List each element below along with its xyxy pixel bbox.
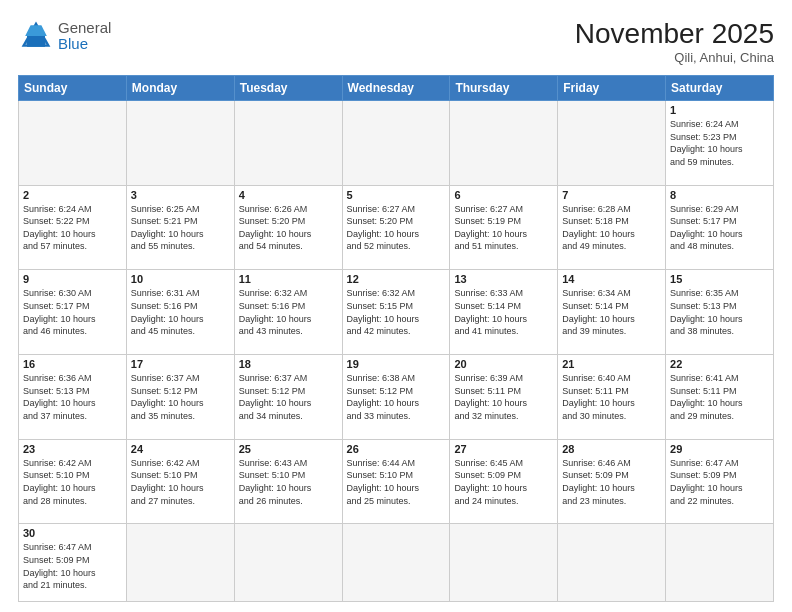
weekday-header-sunday: Sunday [19,76,127,101]
svg-rect-2 [27,36,45,47]
day-info: Sunrise: 6:32 AM Sunset: 5:16 PM Dayligh… [239,287,338,337]
day-number: 9 [23,273,122,285]
day-info: Sunrise: 6:42 AM Sunset: 5:10 PM Dayligh… [23,457,122,507]
day-info: Sunrise: 6:28 AM Sunset: 5:18 PM Dayligh… [562,203,661,253]
day-info: Sunrise: 6:26 AM Sunset: 5:20 PM Dayligh… [239,203,338,253]
day-number: 26 [347,443,446,455]
day-info: Sunrise: 6:32 AM Sunset: 5:15 PM Dayligh… [347,287,446,337]
logo-blue: Blue [58,36,111,53]
calendar-cell: 5Sunrise: 6:27 AM Sunset: 5:20 PM Daylig… [342,185,450,270]
day-number: 12 [347,273,446,285]
day-info: Sunrise: 6:37 AM Sunset: 5:12 PM Dayligh… [239,372,338,422]
calendar-cell [126,101,234,186]
day-info: Sunrise: 6:35 AM Sunset: 5:13 PM Dayligh… [670,287,769,337]
day-info: Sunrise: 6:43 AM Sunset: 5:10 PM Dayligh… [239,457,338,507]
day-info: Sunrise: 6:30 AM Sunset: 5:17 PM Dayligh… [23,287,122,337]
day-number: 18 [239,358,338,370]
calendar-cell [558,524,666,602]
day-number: 14 [562,273,661,285]
calendar-cell [342,524,450,602]
calendar-cell: 16Sunrise: 6:36 AM Sunset: 5:13 PM Dayli… [19,355,127,440]
calendar-cell [234,101,342,186]
day-number: 2 [23,189,122,201]
svg-marker-3 [25,25,47,36]
day-number: 21 [562,358,661,370]
day-info: Sunrise: 6:40 AM Sunset: 5:11 PM Dayligh… [562,372,661,422]
logo: General Blue [18,18,111,54]
day-number: 13 [454,273,553,285]
day-number: 17 [131,358,230,370]
calendar-cell: 19Sunrise: 6:38 AM Sunset: 5:12 PM Dayli… [342,355,450,440]
calendar-cell: 17Sunrise: 6:37 AM Sunset: 5:12 PM Dayli… [126,355,234,440]
calendar-cell [666,524,774,602]
day-number: 24 [131,443,230,455]
calendar-cell [342,101,450,186]
day-info: Sunrise: 6:45 AM Sunset: 5:09 PM Dayligh… [454,457,553,507]
day-info: Sunrise: 6:27 AM Sunset: 5:19 PM Dayligh… [454,203,553,253]
weekday-header-monday: Monday [126,76,234,101]
day-number: 19 [347,358,446,370]
week-row-4: 23Sunrise: 6:42 AM Sunset: 5:10 PM Dayli… [19,439,774,524]
calendar-cell: 27Sunrise: 6:45 AM Sunset: 5:09 PM Dayli… [450,439,558,524]
calendar-cell: 22Sunrise: 6:41 AM Sunset: 5:11 PM Dayli… [666,355,774,440]
calendar-cell: 11Sunrise: 6:32 AM Sunset: 5:16 PM Dayli… [234,270,342,355]
day-number: 4 [239,189,338,201]
calendar-cell: 2Sunrise: 6:24 AM Sunset: 5:22 PM Daylig… [19,185,127,270]
day-number: 10 [131,273,230,285]
weekday-header-tuesday: Tuesday [234,76,342,101]
day-info: Sunrise: 6:37 AM Sunset: 5:12 PM Dayligh… [131,372,230,422]
day-number: 28 [562,443,661,455]
calendar-cell [450,524,558,602]
calendar-cell: 3Sunrise: 6:25 AM Sunset: 5:21 PM Daylig… [126,185,234,270]
day-number: 7 [562,189,661,201]
day-info: Sunrise: 6:31 AM Sunset: 5:16 PM Dayligh… [131,287,230,337]
day-info: Sunrise: 6:36 AM Sunset: 5:13 PM Dayligh… [23,372,122,422]
calendar-cell: 14Sunrise: 6:34 AM Sunset: 5:14 PM Dayli… [558,270,666,355]
calendar-cell: 28Sunrise: 6:46 AM Sunset: 5:09 PM Dayli… [558,439,666,524]
calendar-cell: 23Sunrise: 6:42 AM Sunset: 5:10 PM Dayli… [19,439,127,524]
calendar-cell: 9Sunrise: 6:30 AM Sunset: 5:17 PM Daylig… [19,270,127,355]
calendar-cell: 1Sunrise: 6:24 AM Sunset: 5:23 PM Daylig… [666,101,774,186]
day-info: Sunrise: 6:47 AM Sunset: 5:09 PM Dayligh… [23,541,122,591]
day-info: Sunrise: 6:39 AM Sunset: 5:11 PM Dayligh… [454,372,553,422]
day-info: Sunrise: 6:42 AM Sunset: 5:10 PM Dayligh… [131,457,230,507]
weekday-header-saturday: Saturday [666,76,774,101]
day-number: 25 [239,443,338,455]
weekday-header-friday: Friday [558,76,666,101]
calendar-cell [126,524,234,602]
month-title: November 2025 [575,18,774,50]
day-number: 16 [23,358,122,370]
calendar-cell: 15Sunrise: 6:35 AM Sunset: 5:13 PM Dayli… [666,270,774,355]
calendar-cell [19,101,127,186]
day-info: Sunrise: 6:41 AM Sunset: 5:11 PM Dayligh… [670,372,769,422]
day-info: Sunrise: 6:34 AM Sunset: 5:14 PM Dayligh… [562,287,661,337]
day-number: 8 [670,189,769,201]
day-number: 5 [347,189,446,201]
day-number: 11 [239,273,338,285]
calendar-cell: 10Sunrise: 6:31 AM Sunset: 5:16 PM Dayli… [126,270,234,355]
calendar-cell: 12Sunrise: 6:32 AM Sunset: 5:15 PM Dayli… [342,270,450,355]
general-blue-icon [18,18,54,54]
day-info: Sunrise: 6:44 AM Sunset: 5:10 PM Dayligh… [347,457,446,507]
location: Qili, Anhui, China [575,50,774,65]
calendar-cell: 26Sunrise: 6:44 AM Sunset: 5:10 PM Dayli… [342,439,450,524]
weekday-header-wednesday: Wednesday [342,76,450,101]
header: General Blue November 2025 Qili, Anhui, … [18,18,774,65]
week-row-5: 30Sunrise: 6:47 AM Sunset: 5:09 PM Dayli… [19,524,774,602]
day-number: 6 [454,189,553,201]
day-info: Sunrise: 6:33 AM Sunset: 5:14 PM Dayligh… [454,287,553,337]
week-row-3: 16Sunrise: 6:36 AM Sunset: 5:13 PM Dayli… [19,355,774,440]
calendar-cell: 21Sunrise: 6:40 AM Sunset: 5:11 PM Dayli… [558,355,666,440]
calendar-table: SundayMondayTuesdayWednesdayThursdayFrid… [18,75,774,602]
day-number: 30 [23,527,122,539]
logo-general: General [58,20,111,37]
calendar-cell: 6Sunrise: 6:27 AM Sunset: 5:19 PM Daylig… [450,185,558,270]
day-info: Sunrise: 6:24 AM Sunset: 5:23 PM Dayligh… [670,118,769,168]
week-row-2: 9Sunrise: 6:30 AM Sunset: 5:17 PM Daylig… [19,270,774,355]
weekday-header-thursday: Thursday [450,76,558,101]
title-block: November 2025 Qili, Anhui, China [575,18,774,65]
calendar-cell: 8Sunrise: 6:29 AM Sunset: 5:17 PM Daylig… [666,185,774,270]
calendar-cell: 7Sunrise: 6:28 AM Sunset: 5:18 PM Daylig… [558,185,666,270]
week-row-0: 1Sunrise: 6:24 AM Sunset: 5:23 PM Daylig… [19,101,774,186]
weekday-header-row: SundayMondayTuesdayWednesdayThursdayFrid… [19,76,774,101]
